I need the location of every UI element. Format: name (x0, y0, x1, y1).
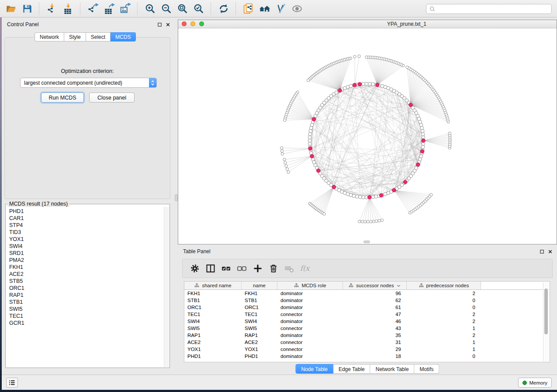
close-window-icon[interactable] (182, 21, 187, 26)
table-cell[interactable]: TEC1 (184, 311, 242, 318)
split-panel-button[interactable] (203, 261, 218, 276)
table-row[interactable]: SWI5SWI5connector431 (184, 325, 550, 332)
export-table-button[interactable] (101, 2, 117, 16)
table-cell[interactable]: 1 (407, 346, 481, 353)
deselect-all-button[interactable] (234, 261, 250, 276)
column-header-predecessor-nodes[interactable]: predecessor nodes (407, 282, 481, 289)
table-cell[interactable]: RAP1 (184, 332, 242, 339)
column-header-name[interactable]: name (242, 282, 277, 289)
table-cell[interactable]: PHD1 (184, 353, 242, 360)
export-image-button[interactable] (117, 2, 133, 16)
tab-style[interactable]: Style (64, 32, 86, 41)
mcds-result-item[interactable]: STP4 (6, 222, 169, 229)
import-table-button[interactable] (60, 2, 76, 16)
tab-node-table[interactable]: Node Table (295, 364, 333, 374)
column-header-MCDS-role[interactable]: MCDS role (277, 282, 343, 289)
table-row[interactable]: ORC1ORC1dominator610 (184, 304, 550, 311)
search-input[interactable] (436, 6, 549, 13)
table-cell[interactable]: FKH1 (242, 290, 277, 297)
table-cell[interactable]: 2 (407, 311, 481, 318)
column-header-successor-nodes[interactable]: successor nodes (343, 282, 407, 289)
table-cell[interactable]: ORC1 (184, 304, 242, 311)
table-cell[interactable]: 62 (343, 297, 407, 304)
network-window-titlebar[interactable]: YPA_prune.txt_1 (178, 20, 557, 28)
open-button[interactable] (3, 2, 19, 16)
zoom-in-button[interactable] (142, 2, 158, 16)
tab-mcds[interactable]: MCDS (111, 32, 136, 41)
table-cell[interactable]: YOX1 (184, 346, 242, 353)
mcds-result-item[interactable]: ACE2 (6, 271, 169, 278)
minimize-window-icon[interactable] (190, 21, 195, 26)
table-cell[interactable]: dominator (277, 304, 343, 311)
table-row[interactable]: SWI4SWI4dominator462 (184, 318, 550, 325)
maximize-window-icon[interactable] (199, 21, 204, 26)
table-scrollbar[interactable] (543, 282, 549, 361)
table-cell[interactable]: ACE2 (184, 339, 242, 346)
refresh-button[interactable] (215, 2, 232, 16)
table-cell[interactable]: TEC1 (242, 311, 277, 318)
memory-button[interactable]: Memory (518, 378, 552, 388)
table-cell[interactable]: connector (277, 325, 343, 332)
export-network-button[interactable] (85, 2, 101, 16)
table-cell[interactable]: 31 (343, 339, 407, 346)
zoom-selected-button[interactable] (190, 2, 207, 16)
table-cell[interactable]: PHD1 (242, 353, 277, 360)
mcds-result-item[interactable]: FKH1 (6, 264, 169, 271)
close-panel-button[interactable]: Close panel (89, 93, 135, 103)
tab-network[interactable]: Network (35, 32, 64, 41)
horizontal-splitter-grip[interactable] (363, 241, 370, 243)
splitter-grip[interactable] (175, 194, 178, 201)
mcds-result-item[interactable]: PMA2 (6, 257, 169, 264)
table-cell[interactable]: STB1 (242, 297, 277, 304)
zoom-out-button[interactable] (158, 2, 174, 16)
close-table-panel-icon[interactable] (547, 248, 553, 254)
table-cell[interactable]: 29 (343, 346, 407, 353)
table-cell[interactable]: ACE2 (242, 339, 277, 346)
mcds-list-scrollbar[interactable] (164, 207, 169, 367)
table-cell[interactable]: 35 (343, 332, 407, 339)
vertical-splitter[interactable] (175, 17, 178, 375)
tab-select[interactable]: Select (86, 32, 111, 41)
select-all-button[interactable] (218, 261, 234, 276)
tab-edge-table[interactable]: Edge Table (333, 364, 370, 374)
table-cell[interactable]: 96 (343, 290, 407, 297)
mcds-result-item[interactable]: TID3 (6, 229, 169, 236)
search-box[interactable] (426, 4, 552, 14)
mcds-result-item[interactable]: SWI4 (6, 243, 169, 250)
mcds-result-item[interactable]: CAR1 (6, 215, 169, 222)
table-cell[interactable]: connector (277, 339, 343, 346)
scrollbar-thumb[interactable] (544, 289, 548, 334)
table-row[interactable]: STB1STB1dominator620 (184, 297, 550, 304)
graphics-details-button[interactable] (273, 2, 289, 16)
table-cell[interactable]: 1 (407, 339, 481, 346)
table-cell[interactable]: 0 (407, 304, 481, 311)
table-cell[interactable]: 18 (343, 353, 407, 360)
table-cell[interactable]: 0 (407, 353, 481, 360)
table-cell[interactable]: 43 (343, 325, 407, 332)
table-row[interactable]: YOX1YOX1connector291 (184, 346, 550, 353)
float-table-panel-icon[interactable] (539, 248, 545, 254)
table-row[interactable]: PHD1PHD1dominator180 (184, 353, 550, 360)
table-cell[interactable]: SWI4 (242, 318, 277, 325)
table-cell[interactable]: connector (277, 311, 343, 318)
mcds-result-item[interactable]: TEC1 (6, 313, 169, 320)
table-cell[interactable]: SWI5 (184, 325, 242, 332)
mcds-result-item[interactable]: STB1 (6, 299, 169, 306)
gear-button[interactable] (187, 261, 203, 276)
delete-button[interactable] (266, 261, 281, 276)
mcds-result-item[interactable]: STB5 (6, 278, 169, 285)
save-button[interactable] (19, 2, 35, 16)
table-cell[interactable]: SWI4 (184, 318, 242, 325)
table-cell[interactable]: dominator (277, 318, 343, 325)
table-row[interactable]: TEC1TEC1connector472 (184, 311, 550, 318)
network-canvas[interactable] (178, 28, 557, 244)
mcds-result-item[interactable]: ORC1 (6, 285, 169, 292)
table-cell[interactable]: SWI5 (242, 325, 277, 332)
table-cell[interactable]: 46 (343, 318, 407, 325)
table-cell[interactable]: dominator (277, 353, 343, 360)
mcds-result-list[interactable]: PHD1CAR1STP4TID3YOX1SWI4SRD1PMA2FKH1ACE2… (6, 207, 169, 367)
table-cell[interactable]: 47 (343, 311, 407, 318)
table-cell[interactable]: 1 (407, 325, 481, 332)
mcds-result-item[interactable]: YOX1 (6, 236, 169, 243)
table-cell[interactable]: connector (277, 346, 343, 353)
